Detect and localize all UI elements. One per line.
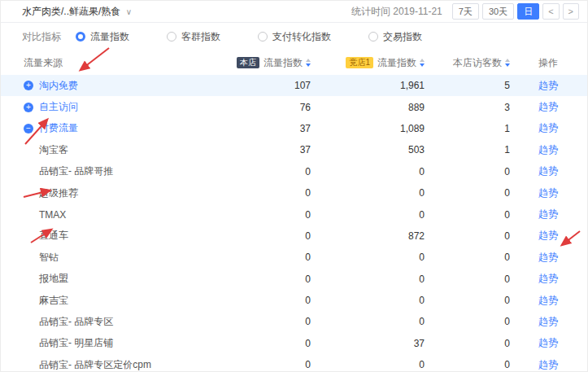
- competitor-index-value: 0: [311, 209, 425, 221]
- radio-label: 客群指数: [181, 30, 220, 44]
- visitors-value: 0: [425, 166, 510, 177]
- trend-link[interactable]: 趋势: [538, 295, 558, 306]
- source-name: 品销宝- 品牌专区定价cpm: [39, 358, 151, 372]
- metric-radio-option-1[interactable]: 客群指数: [167, 30, 220, 44]
- own-index-value: 0: [233, 187, 311, 199]
- trend-link[interactable]: 趋势: [538, 359, 558, 370]
- source-name: 品销宝- 品牌专区: [39, 315, 113, 329]
- competitor-index-value: 0: [311, 166, 425, 177]
- source-cell: TMAX: [1, 209, 233, 221]
- actions-cell: 趋势: [510, 143, 587, 157]
- table-row: 品销宝- 明星店铺0370趋势: [1, 333, 587, 354]
- trend-link[interactable]: 趋势: [538, 273, 558, 284]
- visitors-value: 1: [425, 144, 510, 155]
- own-store-badge: 本店: [237, 57, 259, 68]
- visitors-value: 5: [425, 80, 510, 91]
- prev-day-button[interactable]: <: [542, 3, 559, 20]
- radio-label: 流量指数: [90, 30, 129, 44]
- source-cell: 智钻: [1, 251, 233, 265]
- category-breadcrumb[interactable]: 水产肉类/..鲜蔬果/熟食 ∨: [22, 5, 132, 19]
- actions-cell: 趋势: [510, 336, 587, 350]
- radio-label: 支付转化指数: [272, 30, 331, 44]
- table-body: +淘内免费1071,9615趋势+自主访问768893趋势−付费流量371,08…: [1, 75, 587, 372]
- own-index-value: 76: [233, 102, 311, 113]
- header-actions: 操作: [510, 56, 587, 70]
- trend-link[interactable]: 趋势: [538, 337, 558, 348]
- trend-link[interactable]: 趋势: [538, 80, 558, 91]
- expand-icon[interactable]: +: [24, 103, 33, 112]
- visitors-value: 0: [425, 295, 510, 306]
- source-name: 超级推荐: [39, 186, 78, 200]
- competitor-index-value: 1,961: [311, 80, 425, 91]
- table-row: 淘宝客375031趋势: [1, 139, 587, 160]
- header-source: 流量来源: [1, 56, 233, 70]
- app-window: 水产肉类/..鲜蔬果/熟食 ∨ 统计时间 2019-11-21 7天30天日 <…: [0, 0, 588, 372]
- own-index-value: 0: [233, 274, 311, 285]
- competitor-index-value: 0: [311, 274, 425, 285]
- actions-cell: 趋势: [510, 121, 587, 135]
- source-cell: 品销宝- 明星店铺: [1, 336, 233, 350]
- source-cell: 直通车: [1, 229, 233, 243]
- chevron-down-icon: ∨: [126, 7, 132, 16]
- actions-cell: 趋势: [510, 164, 587, 178]
- metric-radio-option-0[interactable]: 流量指数: [76, 30, 129, 44]
- source-cell: 麻吉宝: [1, 294, 233, 308]
- own-index-value: 0: [233, 316, 311, 327]
- source-cell: −付费流量: [1, 121, 233, 135]
- trend-link[interactable]: 趋势: [538, 230, 558, 241]
- visitors-value: 0: [425, 274, 510, 285]
- own-index-value: 107: [233, 80, 311, 91]
- visitors-value: 0: [425, 209, 510, 221]
- trend-link[interactable]: 趋势: [538, 101, 558, 112]
- radio-icon: [167, 32, 176, 42]
- source-cell: 品销宝- 品牌哥推: [1, 164, 233, 178]
- radio-icon: [76, 32, 85, 42]
- topbar: 水产肉类/..鲜蔬果/熟食 ∨ 统计时间 2019-11-21 7天30天日 <…: [1, 1, 587, 23]
- source-cell: 报地盟: [1, 272, 233, 286]
- own-index-value: 37: [233, 123, 311, 134]
- competitor-index-value: 872: [311, 230, 425, 242]
- collapse-icon[interactable]: −: [24, 124, 33, 133]
- trend-link[interactable]: 趋势: [538, 208, 558, 220]
- visitors-value: 0: [425, 359, 510, 370]
- table-row: −付费流量371,0891趋势: [1, 118, 587, 139]
- competitor-metric-label: 流量指数: [377, 56, 416, 70]
- source-name: 智钻: [39, 251, 59, 265]
- own-index-value: 0: [233, 166, 311, 177]
- table-row: 品销宝- 品牌专区000趋势: [1, 311, 587, 332]
- trend-link[interactable]: 趋势: [538, 316, 558, 327]
- visitors-value: 0: [425, 187, 510, 199]
- competitor-index-value: 503: [311, 144, 425, 155]
- own-metric-label: 流量指数: [264, 56, 303, 70]
- source-name: 品销宝- 品牌哥推: [39, 164, 113, 178]
- radio-label: 交易指数: [383, 30, 422, 44]
- trend-link[interactable]: 趋势: [538, 165, 558, 177]
- actions-cell: 趋势: [510, 315, 587, 329]
- trend-link[interactable]: 趋势: [538, 252, 558, 263]
- metric-radio-option-2[interactable]: 支付转化指数: [258, 30, 331, 44]
- source-cell: 超级推荐: [1, 186, 233, 200]
- metric-radio-option-3[interactable]: 交易指数: [368, 30, 422, 44]
- range-button-0[interactable]: 7天: [452, 3, 479, 20]
- own-index-value: 0: [233, 252, 311, 263]
- table-row: 智钻000趋势: [1, 247, 587, 268]
- source-cell: 品销宝- 品牌专区: [1, 315, 233, 329]
- table-row: +淘内免费1071,9615趋势: [1, 75, 587, 96]
- next-day-button[interactable]: >: [563, 3, 579, 20]
- visitors-value: 0: [425, 338, 510, 349]
- range-button-1[interactable]: 30天: [482, 3, 514, 20]
- expand-icon[interactable]: +: [24, 81, 33, 90]
- radio-icon: [258, 32, 268, 42]
- competitor-badge: 竞店1: [346, 57, 373, 68]
- actions-cell: 趋势: [510, 229, 587, 243]
- competitor-index-value: 889: [311, 102, 425, 113]
- trend-link[interactable]: 趋势: [538, 122, 558, 133]
- source-cell: 淘宝客: [1, 143, 233, 157]
- range-button-2[interactable]: 日: [517, 3, 539, 20]
- visitors-value: 3: [425, 102, 510, 113]
- competitor-index-value: 0: [311, 295, 425, 306]
- source-name: 直通车: [39, 229, 68, 243]
- trend-link[interactable]: 趋势: [538, 144, 558, 155]
- source-name: 品销宝- 明星店铺: [39, 336, 113, 350]
- trend-link[interactable]: 趋势: [538, 187, 558, 199]
